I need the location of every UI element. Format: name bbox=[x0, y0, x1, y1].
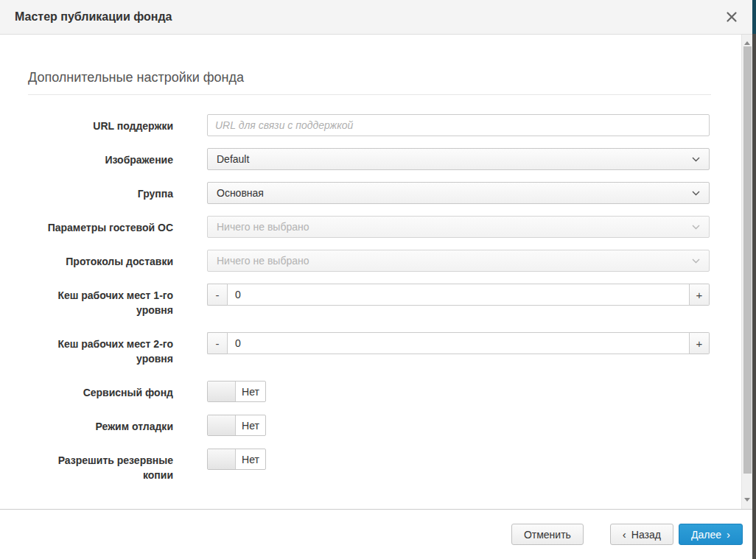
chevron-left-icon: ‹ bbox=[623, 529, 626, 540]
dialog-header: Мастер публикации фонда bbox=[0, 0, 752, 35]
allow-backups-label: Разрешить резервные копии bbox=[28, 449, 173, 482]
increment-button[interactable]: + bbox=[690, 284, 710, 306]
background-page-edge bbox=[752, 0, 756, 559]
row-cache-l1: Кеш рабочих мест 1-го уровня - + bbox=[28, 284, 711, 317]
cache-l1-label: Кеш рабочих мест 1-го уровня bbox=[28, 284, 173, 317]
dialog-footer: Отменить ‹ Назад Далее › bbox=[0, 509, 752, 559]
group-label: Группа bbox=[28, 182, 173, 201]
cancel-button[interactable]: Отменить bbox=[511, 524, 584, 545]
next-button-label: Далее bbox=[691, 529, 721, 541]
section-divider bbox=[28, 94, 711, 95]
row-guest-os: Параметры гостевой ОС Ничего не выбрано bbox=[28, 216, 711, 238]
protocols-select: Ничего не выбрано bbox=[207, 250, 710, 272]
cache-l1-spinner: - + bbox=[207, 284, 710, 306]
cache-l1-input[interactable] bbox=[227, 284, 690, 306]
row-service-pool: Сервисный фонд Нет bbox=[28, 381, 711, 403]
debug-mode-label: Режим отладки bbox=[28, 415, 173, 434]
image-select-value: Default bbox=[217, 153, 249, 165]
protocols-label: Протоколы доставки bbox=[28, 250, 173, 269]
chevron-down-icon bbox=[692, 191, 700, 196]
toggle-handle bbox=[208, 415, 236, 435]
row-cache-l2: Кеш рабочих мест 2-го уровня - + bbox=[28, 332, 711, 366]
scrollbar-thumb[interactable] bbox=[743, 46, 752, 474]
dialog-title: Мастер публикации фонда bbox=[15, 10, 172, 24]
toggle-state-label: Нет bbox=[236, 415, 265, 435]
cache-l2-label: Кеш рабочих мест 2-го уровня bbox=[28, 332, 173, 366]
group-select[interactable]: Основная bbox=[207, 182, 710, 204]
chevron-down-icon bbox=[692, 157, 700, 162]
row-group: Группа Основная bbox=[28, 182, 711, 204]
vertical-scrollbar[interactable] bbox=[741, 35, 752, 509]
row-debug-mode: Режим отладки Нет bbox=[28, 415, 711, 437]
close-icon bbox=[726, 11, 738, 23]
section-title: Дополнительные настройки фонда bbox=[28, 70, 711, 85]
toggle-state-label: Нет bbox=[236, 449, 265, 469]
row-allow-backups: Разрешить резервные копии Нет bbox=[28, 449, 711, 482]
next-button[interactable]: Далее › bbox=[679, 524, 743, 545]
arrow-up-icon bbox=[744, 41, 750, 45]
support-url-label: URL поддержки bbox=[28, 114, 173, 133]
pool-wizard-dialog: Мастер публикации фонда Дополнительные н… bbox=[0, 0, 752, 559]
service-pool-label: Сервисный фонд bbox=[28, 381, 173, 400]
form-content: Дополнительные настройки фонда URL подде… bbox=[28, 35, 711, 482]
back-button[interactable]: ‹ Назад bbox=[610, 524, 673, 545]
background-page-header-edge bbox=[752, 0, 756, 34]
scroll-down-button[interactable] bbox=[742, 494, 752, 504]
back-button-label: Назад bbox=[631, 529, 661, 541]
guest-os-select-value: Ничего не выбрано bbox=[217, 221, 309, 233]
decrement-button[interactable]: - bbox=[207, 284, 227, 306]
toggle-handle bbox=[208, 449, 236, 469]
cancel-button-label: Отменить bbox=[524, 529, 571, 541]
arrow-down-icon bbox=[744, 498, 750, 502]
image-label: Изображение bbox=[28, 148, 173, 167]
row-image: Изображение Default bbox=[28, 148, 711, 170]
image-select[interactable]: Default bbox=[207, 148, 710, 170]
group-select-value: Основная bbox=[217, 187, 264, 199]
toggle-handle bbox=[208, 382, 236, 401]
support-url-input[interactable] bbox=[207, 114, 710, 136]
decrement-button[interactable]: - bbox=[207, 332, 227, 354]
close-button[interactable] bbox=[723, 8, 741, 26]
chevron-down-icon bbox=[692, 259, 700, 264]
debug-mode-toggle[interactable]: Нет bbox=[207, 415, 266, 436]
guest-os-select: Ничего не выбрано bbox=[207, 216, 710, 238]
chevron-right-icon: › bbox=[727, 529, 730, 540]
service-pool-toggle[interactable]: Нет bbox=[207, 381, 266, 402]
guest-os-label: Параметры гостевой ОС bbox=[28, 216, 173, 235]
row-protocols: Протоколы доставки Ничего не выбрано bbox=[28, 250, 711, 272]
chevron-down-icon bbox=[692, 225, 700, 230]
cache-l2-input[interactable] bbox=[227, 332, 690, 354]
toggle-state-label: Нет bbox=[236, 382, 265, 401]
dialog-body: Дополнительные настройки фонда URL подде… bbox=[0, 35, 752, 509]
row-support-url: URL поддержки bbox=[28, 114, 711, 136]
allow-backups-toggle[interactable]: Нет bbox=[207, 449, 266, 470]
increment-button[interactable]: + bbox=[690, 332, 710, 354]
protocols-select-value: Ничего не выбрано bbox=[217, 255, 309, 267]
cache-l2-spinner: - + bbox=[207, 332, 710, 354]
